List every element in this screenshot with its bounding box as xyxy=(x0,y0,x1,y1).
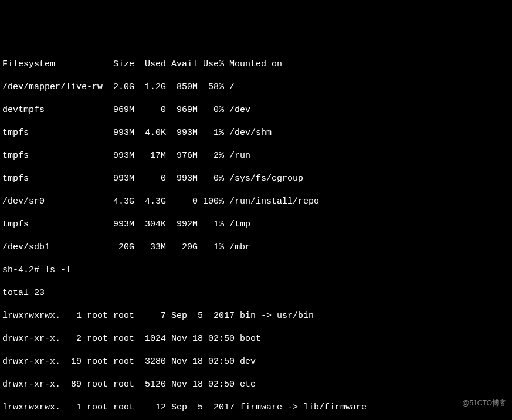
ls-row: lrwxrwxrwx. 1 root root 12 Sep 5 2017 fi… xyxy=(2,402,510,414)
terminal-output[interactable]: Filesystem Size Used Avail Use% Mounted … xyxy=(2,47,510,420)
ls-total: total 23 xyxy=(2,287,510,299)
df-row: tmpfs 993M 4.0K 993M 1% /dev/shm xyxy=(2,127,510,139)
df-row: tmpfs 993M 304K 992M 1% /tmp xyxy=(2,219,510,231)
ls-row: drwxr-xr-x. 89 root root 5120 Nov 18 02:… xyxy=(2,379,510,391)
df-header: Filesystem Size Used Avail Use% Mounted … xyxy=(2,59,510,70)
watermark: @51CTO博客 xyxy=(462,399,506,408)
ls-row: lrwxrwxrwx. 1 root root 7 Sep 5 2017 bin… xyxy=(2,310,510,322)
df-row: devtmpfs 969M 0 969M 0% /dev xyxy=(2,104,510,116)
df-row: tmpfs 993M 0 993M 0% /sys/fs/cgroup xyxy=(2,173,510,185)
df-row: /dev/sr0 4.3G 4.3G 0 100% /run/install/r… xyxy=(2,196,510,208)
df-row: tmpfs 993M 17M 976M 2% /run xyxy=(2,150,510,162)
df-row: /dev/mapper/live-rw 2.0G 1.2G 850M 58% / xyxy=(2,82,510,93)
ls-row: drwxr-xr-x. 2 root root 1024 Nov 18 02:5… xyxy=(2,333,510,345)
ls-row: drwxr-xr-x. 19 root root 3280 Nov 18 02:… xyxy=(2,356,510,368)
df-row: /dev/sdb1 20G 33M 20G 1% /mbr xyxy=(2,242,510,253)
prompt-ls: sh-4.2# ls -l xyxy=(2,265,510,276)
